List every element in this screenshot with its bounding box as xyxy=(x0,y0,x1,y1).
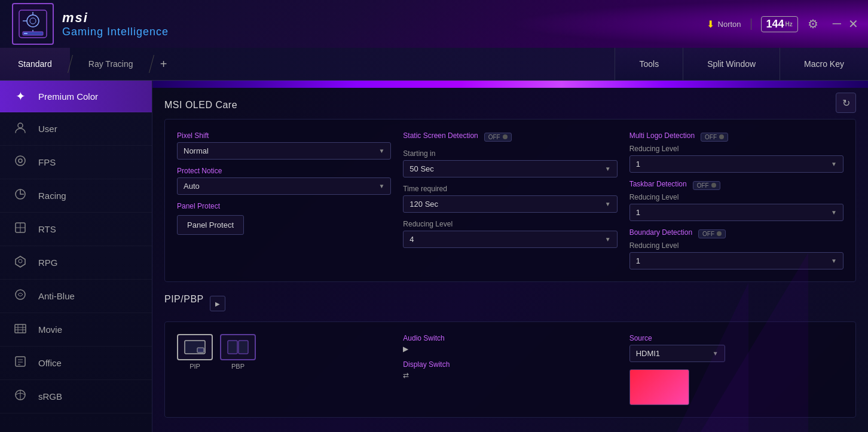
minimize-button[interactable]: ─ xyxy=(833,17,841,31)
pip-pbp-card: PIP PBP xyxy=(164,321,856,418)
refresh-button[interactable]: ↻ xyxy=(836,93,856,113)
boundary-reducing-value: 1 xyxy=(636,256,640,265)
static-reducing-dropdown[interactable]: 4 ▼ xyxy=(403,231,617,248)
sidebar-item-racing[interactable]: Racing xyxy=(0,179,152,213)
taskbar-toggle-row: Taskbar Detection OFF xyxy=(629,180,843,191)
static-screen-label: Static Screen Detection xyxy=(403,131,478,140)
tools-button[interactable]: Tools xyxy=(615,48,683,80)
multi-logo-reducing-dropdown[interactable]: 1 ▼ xyxy=(629,155,843,173)
sidebar-item-premium-color[interactable]: ✦ Premium Color xyxy=(0,81,152,112)
sidebar-item-movie[interactable]: Movie xyxy=(0,313,152,347)
source-dropdown[interactable]: HDMI1 ▼ xyxy=(629,345,725,362)
boundary-toggle[interactable]: OFF xyxy=(698,229,726,238)
tabbar-right: Tools Split Window Macro Key xyxy=(615,48,868,80)
sidebar-item-office-label: Office xyxy=(38,358,62,368)
boundary-toggle-row: Boundary Detection OFF xyxy=(629,228,843,239)
pixel-shift-label: Pixel Shift xyxy=(177,131,391,140)
svg-rect-32 xyxy=(239,341,248,354)
sidebar-item-rts[interactable]: RTS xyxy=(0,213,152,246)
sidebar-item-movie-label: Movie xyxy=(38,324,62,335)
time-required-label: Time required xyxy=(403,185,617,193)
static-screen-toggle[interactable]: OFF xyxy=(484,133,512,142)
multi-logo-group: Multi Logo Detection OFF Reducing Level … xyxy=(629,131,843,173)
svg-rect-18 xyxy=(15,324,26,333)
panel-protect-group: Panel Protect Panel Protect xyxy=(177,202,391,235)
window-controls: ─ ✕ xyxy=(833,17,858,31)
pip-switches-col: Audio Switch ▶ Display Switch ⇄ xyxy=(403,334,617,405)
multi-logo-toggle[interactable]: OFF xyxy=(701,133,728,142)
hz-badge: 144 Hz xyxy=(761,16,798,32)
sidebar-item-office[interactable]: Office xyxy=(0,347,152,380)
tab-add-button[interactable]: + xyxy=(152,52,176,76)
refresh-icon: ↻ xyxy=(842,97,850,109)
sidebar: ✦ Premium Color User FPS Racing RTS RPG xyxy=(0,81,152,432)
taskbar-reducing-dropdown[interactable]: 1 ▼ xyxy=(629,204,843,221)
svg-point-17 xyxy=(16,290,25,299)
norton-button[interactable]: ⬇ Norton xyxy=(707,19,751,30)
tab-standard[interactable]: Standard xyxy=(0,48,70,80)
source-label: Source xyxy=(629,334,843,342)
svg-point-9 xyxy=(16,156,25,166)
tabbar: Standard Ray Tracing + Tools Split Windo… xyxy=(0,48,868,81)
main-content: MSI OLED Care Pixel Shift Normal ▼ Prote… xyxy=(152,81,868,432)
sidebar-item-rts-label: RTS xyxy=(38,224,56,234)
taskbar-label: Taskbar Detection xyxy=(629,180,687,188)
sidebar-item-anti-blue[interactable]: Anti-Blue xyxy=(0,280,152,313)
time-required-dropdown[interactable]: 120 Sec ▼ xyxy=(403,195,617,213)
taskbar-toggle[interactable]: OFF xyxy=(693,181,720,190)
sidebar-item-rpg[interactable]: RPG xyxy=(0,246,152,280)
static-reducing-arrow: ▼ xyxy=(605,236,611,243)
panel-protect-button[interactable]: Panel Protect xyxy=(177,215,244,235)
pip-bottom-grid: PIP PBP xyxy=(177,334,843,405)
macro-key-button[interactable]: Macro Key xyxy=(780,48,868,80)
macro-key-label: Macro Key xyxy=(804,59,844,69)
sidebar-item-fps[interactable]: FPS xyxy=(0,146,152,179)
multi-logo-reducing-label: Reducing Level xyxy=(629,145,843,153)
svg-marker-15 xyxy=(16,256,25,267)
settings-icon[interactable]: ⚙ xyxy=(808,17,818,31)
boundary-toggle-label: OFF xyxy=(702,231,714,237)
static-screen-toggle-dot xyxy=(503,134,508,139)
pip-layout-button[interactable] xyxy=(177,334,213,360)
pbp-layout-button[interactable] xyxy=(220,334,256,360)
premium-color-icon: ✦ xyxy=(12,89,29,103)
display-switch-label: Display Switch xyxy=(403,360,617,369)
multi-logo-toggle-dot xyxy=(719,134,724,139)
boundary-reducing-dropdown[interactable]: 1 ▼ xyxy=(629,252,843,269)
sidebar-item-rpg-label: RPG xyxy=(38,258,58,268)
taskbar-reducing-label: Reducing Level xyxy=(629,193,843,201)
color-swatch xyxy=(629,369,689,405)
pip-pbp-play-button[interactable]: ▶ xyxy=(210,296,225,311)
taskbar-reducing-value: 1 xyxy=(636,208,640,217)
time-required-arrow: ▼ xyxy=(605,201,611,207)
source-arrow: ▼ xyxy=(713,350,719,357)
tab-ray-tracing[interactable]: Ray Tracing xyxy=(71,48,151,80)
starting-in-dropdown[interactable]: 50 Sec ▼ xyxy=(403,160,617,177)
svg-point-16 xyxy=(19,259,22,263)
sidebar-item-fps-label: FPS xyxy=(38,157,56,167)
racing-icon xyxy=(12,188,29,204)
split-window-button[interactable]: Split Window xyxy=(683,48,780,80)
svg-point-10 xyxy=(19,159,22,163)
boundary-reducing-arrow: ▼ xyxy=(831,258,837,264)
svg-rect-30 xyxy=(197,348,204,353)
sidebar-item-premium-color-label: Premium Color xyxy=(38,91,98,102)
protect-notice-dropdown[interactable]: Auto ▼ xyxy=(177,177,391,195)
audio-switch-label: Audio Switch xyxy=(403,334,617,342)
pip-source-col: Source HDMI1 ▼ xyxy=(629,334,843,405)
user-icon xyxy=(12,121,29,137)
oled-card: Pixel Shift Normal ▼ Protect Notice Auto… xyxy=(164,119,856,282)
close-button[interactable]: ✕ xyxy=(848,17,858,31)
srgb-icon xyxy=(12,388,29,405)
oled-title: MSI OLED Care xyxy=(164,100,856,111)
office-icon xyxy=(12,355,29,371)
time-required-value: 120 Sec xyxy=(409,200,438,209)
sidebar-item-srgb[interactable]: sRGB xyxy=(0,380,152,413)
tab-ray-tracing-label: Ray Tracing xyxy=(88,59,133,69)
sidebar-item-user[interactable]: User xyxy=(0,112,152,146)
sidebar-item-user-label: User xyxy=(38,124,57,134)
pip-play-icon: ▶ xyxy=(215,301,220,307)
audio-switch-icon: ▶ xyxy=(403,345,408,353)
audio-switch-group: Audio Switch ▶ xyxy=(403,334,617,353)
pixel-shift-dropdown[interactable]: Normal ▼ xyxy=(177,142,391,160)
